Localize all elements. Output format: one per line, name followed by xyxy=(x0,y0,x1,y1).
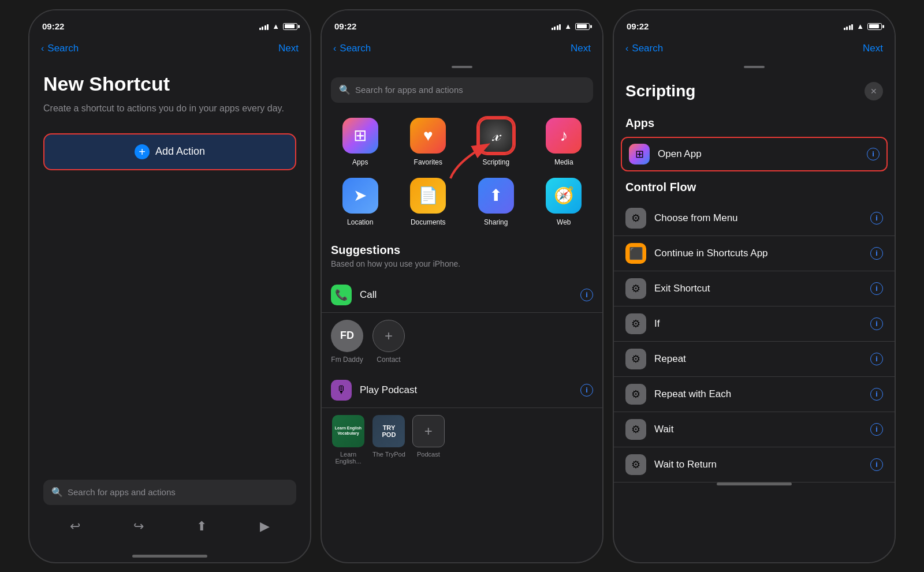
share-icon[interactable]: ⬆ xyxy=(196,519,207,534)
contact-add[interactable]: + Contact xyxy=(372,320,405,364)
scripting-header: Scripting ✕ xyxy=(614,73,895,112)
action-exit-shortcut[interactable]: ⚙ Exit Shortcut i xyxy=(614,271,895,306)
contact-fd-label: Fm Daddy xyxy=(331,356,363,364)
choose-menu-info-btn[interactable]: i xyxy=(870,212,883,225)
next-button-2[interactable]: Next xyxy=(571,43,591,54)
scripting-title: Scripting xyxy=(625,82,695,100)
call-label: Call xyxy=(360,289,572,301)
wifi-icon-2: ▲ xyxy=(564,22,572,31)
category-apps[interactable]: ⊞ Apps xyxy=(326,112,394,172)
action-choose-menu[interactable]: ⚙ Choose from Menu i xyxy=(614,201,895,236)
nav-bar-1: ‹ Search Next xyxy=(29,36,310,61)
podcast-add[interactable]: + Podcast xyxy=(412,415,445,465)
scripting-icon: 𝓍 xyxy=(478,118,514,154)
drag-handle-3 xyxy=(744,66,765,68)
phone1-content: New Shortcut Create a shortcut to action… xyxy=(29,61,310,555)
category-sharing[interactable]: ⬆ Sharing xyxy=(462,172,530,232)
search-bar-2[interactable]: 🔍 Search for apps and actions xyxy=(331,77,593,103)
drag-handle-2 xyxy=(452,66,472,68)
close-button[interactable]: ✕ xyxy=(865,82,883,100)
continue-shortcuts-info-btn[interactable]: i xyxy=(870,247,883,260)
back-button-2[interactable]: ‹ Search xyxy=(333,43,371,54)
home-indicator-1 xyxy=(132,555,207,558)
action-continue-shortcuts[interactable]: ⬛ Continue in Shortcuts App i xyxy=(614,236,895,271)
signal-bars-3 xyxy=(844,23,854,30)
back-label-3: Search xyxy=(632,43,663,54)
if-icon: ⚙ xyxy=(625,313,646,334)
status-icons-1: ▲ xyxy=(259,22,297,31)
status-bar-1: 09:22 ▲ xyxy=(29,10,310,36)
suggestions-title: Suggestions xyxy=(322,244,602,259)
action-repeat-each[interactable]: ⚙ Repeat with Each i xyxy=(614,377,895,412)
next-button-3[interactable]: Next xyxy=(863,43,883,54)
documents-icon: 📄 xyxy=(410,178,446,214)
contact-grid: FD Fm Daddy + Contact xyxy=(322,313,602,364)
exit-shortcut-icon: ⚙ xyxy=(625,278,646,299)
wait-info-btn[interactable]: i xyxy=(870,423,883,436)
open-app-label: Open App xyxy=(658,148,859,160)
next-button-1[interactable]: Next xyxy=(278,43,299,54)
back-chevron-3: ‹ xyxy=(625,43,628,54)
status-icons-3: ▲ xyxy=(844,22,882,31)
category-web[interactable]: 🧭 Web xyxy=(530,172,598,232)
podcast-trypod[interactable]: TRYPOD The TryPod xyxy=(372,415,405,465)
battery-icon-1 xyxy=(283,23,297,30)
category-location[interactable]: ➤ Location xyxy=(326,172,394,232)
search-icon-1: 🔍 xyxy=(51,487,63,498)
status-bar-2: 09:22 ▲ xyxy=(322,10,602,36)
undo-icon[interactable]: ↩ xyxy=(70,519,80,534)
shortcut-title: New Shortcut xyxy=(43,73,296,95)
action-wait[interactable]: ⚙ Wait i xyxy=(614,412,895,447)
search-icon-2: 🔍 xyxy=(339,84,351,95)
contact-add-label: Contact xyxy=(377,356,400,364)
wait-return-icon: ⚙ xyxy=(625,454,646,475)
back-label-1: Search xyxy=(47,43,79,54)
apps-icon: ⊞ xyxy=(342,118,378,154)
repeat-info-btn[interactable]: i xyxy=(870,353,883,365)
action-repeat[interactable]: ⚙ Repeat i xyxy=(614,342,895,377)
shortcut-desc: Create a shortcut to actions you do in y… xyxy=(43,102,296,115)
category-favorites[interactable]: ♥ Favorites xyxy=(394,112,463,172)
status-icons-2: ▲ xyxy=(552,22,590,31)
podcast-add-icon: + xyxy=(412,415,445,447)
wait-return-info-btn[interactable]: i xyxy=(870,458,883,471)
back-button-3[interactable]: ‹ Search xyxy=(625,43,663,54)
redo-icon[interactable]: ↪ xyxy=(133,519,144,534)
call-icon: 📞 xyxy=(331,285,352,305)
play-icon[interactable]: ▶ xyxy=(260,519,270,534)
back-chevron-1: ‹ xyxy=(41,43,44,54)
favorites-icon: ♥ xyxy=(410,118,446,154)
category-media[interactable]: ♪ Media xyxy=(530,112,598,172)
open-app-info-btn[interactable]: i xyxy=(867,148,880,160)
back-button-1[interactable]: ‹ Search xyxy=(41,43,79,54)
home-indicator-3 xyxy=(717,483,792,485)
call-suggestion[interactable]: 📞 Call i xyxy=(322,278,602,313)
add-action-button[interactable]: + Add Action xyxy=(43,133,296,170)
action-wait-return[interactable]: ⚙ Wait to Return i xyxy=(614,447,895,483)
podcast-icon: 🎙 xyxy=(331,380,352,401)
action-if[interactable]: ⚙ If i xyxy=(614,306,895,342)
category-documents[interactable]: 📄 Documents xyxy=(394,172,463,232)
podcast-suggestion[interactable]: 🎙 Play Podcast i xyxy=(322,373,602,408)
category-grid: ⊞ Apps ♥ Favorites 𝓍 Scripting ♪ xyxy=(322,112,602,232)
podcast-english[interactable]: Learn English Vocabulary Learn English..… xyxy=(331,415,366,465)
exit-shortcut-label: Exit Shortcut xyxy=(654,283,862,294)
add-action-plus-icon: + xyxy=(135,144,150,159)
search-bar-1[interactable]: 🔍 Search for apps and actions xyxy=(43,480,296,505)
category-scripting[interactable]: 𝓍 Scripting xyxy=(462,112,530,172)
podcast-add-label: Podcast xyxy=(417,451,440,458)
contact-fd[interactable]: FD Fm Daddy xyxy=(331,320,363,364)
podcast-grid: Learn English Vocabulary Learn English..… xyxy=(322,408,602,465)
call-info-btn[interactable]: i xyxy=(580,289,593,301)
exit-shortcut-info-btn[interactable]: i xyxy=(870,282,883,295)
back-label-2: Search xyxy=(340,43,371,54)
add-action-label: Add Action xyxy=(155,145,205,158)
status-bar-3: 09:22 ▲ xyxy=(614,10,895,36)
podcast-info-btn[interactable]: i xyxy=(580,384,593,397)
open-app-action[interactable]: ⊞ Open App i xyxy=(621,137,888,171)
repeat-each-info-btn[interactable]: i xyxy=(870,388,883,401)
nav-bar-2: ‹ Search Next xyxy=(322,36,602,61)
continue-shortcuts-icon: ⬛ xyxy=(625,243,646,264)
if-info-btn[interactable]: i xyxy=(870,317,883,330)
choose-menu-label: Choose from Menu xyxy=(654,212,862,224)
